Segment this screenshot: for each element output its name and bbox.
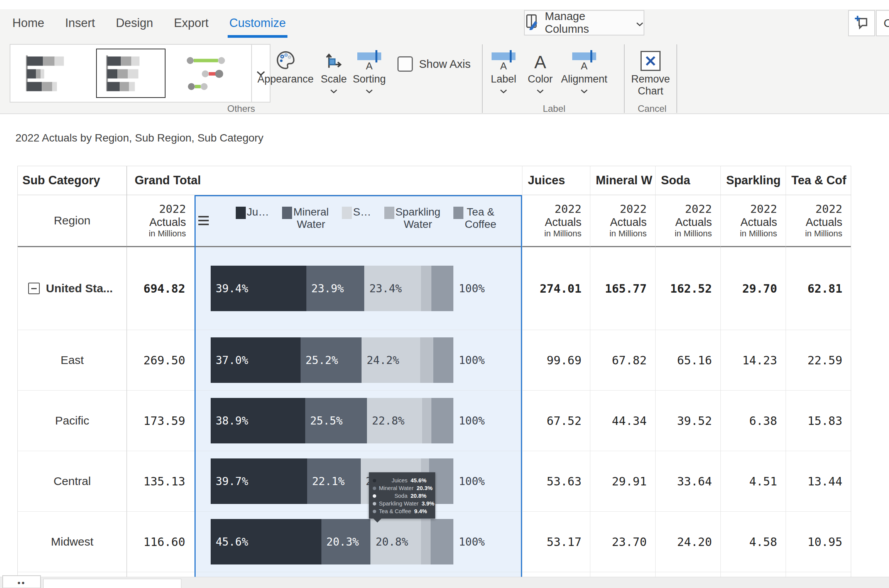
tooltip-row-tea-coffee: Tea & Coffee9.4%	[373, 507, 431, 515]
col-header-tea-coffee[interactable]: Tea & Cof	[786, 166, 851, 195]
horizontal-scrollbar-thumb[interactable]	[43, 579, 181, 588]
collapse-minus-icon[interactable]	[28, 283, 40, 294]
mineral-water-value[interactable]: 23.70	[590, 512, 655, 572]
mineral-water-value[interactable]: 165.77	[590, 247, 655, 330]
sparkling-value[interactable]: 4.51	[720, 451, 786, 512]
manage-columns-button[interactable]: Manage Columns	[524, 10, 644, 35]
dumbbell-thumb-icon	[182, 52, 240, 95]
region-cell[interactable]: Pacific	[18, 391, 127, 451]
tab-customize[interactable]: Customize	[228, 15, 286, 35]
juices-value[interactable]: 67.52	[522, 391, 590, 451]
chevron-down-icon	[348, 89, 390, 94]
drag-handle-icon[interactable]	[198, 216, 209, 225]
stacked-bar[interactable]: 45.6%20.3%20.8%	[211, 519, 453, 564]
tea-coffee-value[interactable]: 13.44	[786, 451, 851, 512]
alignment-icon: A	[553, 45, 615, 71]
tab-design[interactable]: Design	[115, 15, 154, 35]
stacked-bar[interactable]: 37.0%25.2%24.2%	[211, 337, 453, 383]
cancel-group-label: Cancel	[627, 103, 677, 114]
juices-value[interactable]: 53.17	[522, 512, 590, 572]
stacked-bar-cell[interactable]: 39.4%23.9%23.4% 100%	[194, 247, 522, 330]
label-tool[interactable]: A Label	[485, 45, 522, 94]
alignment-tool[interactable]: A Alignment	[553, 45, 615, 94]
tea-coffee-value[interactable]: 15.83	[786, 391, 851, 451]
sparkling-value[interactable]: 6.38	[720, 391, 786, 451]
scale-tool[interactable]: Scale	[316, 45, 351, 94]
tab-home[interactable]: Home	[12, 15, 45, 35]
col-header-sparkling[interactable]: Sparkling	[720, 166, 786, 195]
grand-total-value[interactable]: 694.82	[127, 247, 194, 330]
appearance-tool[interactable]: Appearance	[254, 45, 317, 85]
grand-total-value[interactable]: 135.13	[127, 451, 194, 512]
grand-total-value[interactable]: 116.60	[127, 512, 194, 572]
measure-header-soda: 2022Actualsin Millions	[655, 195, 720, 247]
manage-columns-label: Manage Columns	[545, 10, 631, 35]
tea-coffee-value[interactable]: 22.59	[786, 330, 851, 391]
stacked-bar-thumb-icon	[22, 52, 79, 95]
region-cell[interactable]: Midwest	[18, 512, 127, 572]
show-axis-checkbox[interactable]	[397, 56, 413, 72]
soda-value[interactable]: 24.20	[655, 512, 720, 572]
chevron-down-icon	[316, 89, 351, 94]
mineral-water-value[interactable]: 29.91	[590, 451, 655, 512]
clipped-toolbar-button[interactable]: C	[876, 10, 889, 36]
legend-item-soda: S…	[342, 206, 371, 246]
tea-coffee-value[interactable]: 62.81	[786, 247, 851, 330]
stacked-bar-cell[interactable]: 38.9%25.5%22.8% 100%	[194, 391, 522, 451]
bar-total-percent-label: 100%	[459, 475, 485, 488]
col-header-grand-total[interactable]: Grand Total	[127, 166, 522, 195]
sheet-corner-handle[interactable]: ••	[2, 575, 41, 588]
sparkling-value[interactable]: 4.58	[720, 512, 786, 572]
sparkling-value[interactable]: 14.23	[720, 330, 786, 391]
col-header-sub-category[interactable]: Sub Category	[18, 166, 127, 195]
mineral-water-value[interactable]: 67.82	[590, 330, 655, 391]
sorting-tool[interactable]: A Sorting	[348, 45, 390, 94]
tea-coffee-value[interactable]: 10.95	[786, 512, 851, 572]
stacked-bar[interactable]: 38.9%25.5%22.8%	[211, 398, 453, 443]
region-cell[interactable]: United Sta...	[18, 247, 127, 330]
col-header-mineral-water[interactable]: Mineral W	[590, 166, 655, 195]
soda-value[interactable]: 162.52	[655, 247, 720, 330]
soda-value[interactable]: 65.16	[655, 330, 720, 391]
gallery-item-stacked-bar-2-selected[interactable]	[91, 45, 171, 102]
mineral-water-value[interactable]: 44.34	[590, 391, 655, 451]
col-header-juices[interactable]: Juices	[522, 166, 590, 195]
tab-insert[interactable]: Insert	[64, 15, 96, 35]
measure-header-grand-total: 2022Actualsin Millions	[127, 195, 194, 247]
show-axis-control: Show Axis	[397, 56, 471, 72]
scale-label: Scale	[316, 73, 351, 85]
soda-dot-icon	[373, 494, 376, 498]
row-header-region[interactable]: Region	[18, 195, 127, 247]
region-cell[interactable]: East	[18, 330, 127, 391]
add-comment-button[interactable]	[848, 10, 875, 36]
tab-export[interactable]: Export	[173, 15, 210, 35]
soda-value[interactable]: 39.52	[655, 391, 720, 451]
stacked-bar-cell[interactable]: 39.7%22.1%24.9% 100%	[194, 451, 522, 512]
col-header-soda[interactable]: Soda	[655, 166, 720, 195]
tea-coffee-swatch	[453, 207, 463, 219]
horizontal-scrollbar[interactable]	[0, 577, 889, 588]
grand-total-value[interactable]: 269.50	[127, 330, 194, 391]
juices-value[interactable]: 99.69	[522, 330, 590, 391]
soda-value[interactable]: 33.64	[655, 451, 720, 512]
chart-legend-cell[interactable]: Ju… Mineral Water S… Sparkling Water Tea…	[194, 195, 522, 247]
gallery-item-stacked-bar-1[interactable]	[10, 45, 91, 102]
sorting-icon: A	[348, 45, 390, 71]
stacked-bar-cell[interactable]: 37.0%25.2%24.2% 100%	[194, 330, 522, 391]
page-title: 2022 Actuals by Region, Sub Region, Sub …	[15, 132, 264, 144]
juices-dot-icon	[373, 479, 376, 482]
bar-total-percent-label: 100%	[459, 414, 485, 427]
stacked-bar-cell[interactable]: 45.6%20.3%20.8% 100%	[194, 512, 522, 572]
juices-value[interactable]: 53.63	[522, 451, 590, 512]
sparkling-water-swatch	[384, 207, 394, 219]
tooltip-row-soda: Soda20.8%	[373, 492, 431, 500]
region-cell[interactable]: Central	[18, 451, 127, 512]
stacked-bar[interactable]: 39.4%23.9%23.4%	[211, 266, 453, 311]
juices-value[interactable]: 274.01	[522, 247, 590, 330]
grand-total-value[interactable]: 173.59	[127, 391, 194, 451]
remove-chart-tool[interactable]: RemoveChart	[628, 45, 673, 97]
sparkling-value[interactable]: 29.70	[720, 247, 786, 330]
gallery-item-dumbbell[interactable]	[171, 45, 251, 102]
chart-tooltip: Juices45.6% Mineral Water20.3% Soda20.8%…	[369, 472, 435, 519]
bar-total-percent-label: 100%	[459, 536, 485, 548]
